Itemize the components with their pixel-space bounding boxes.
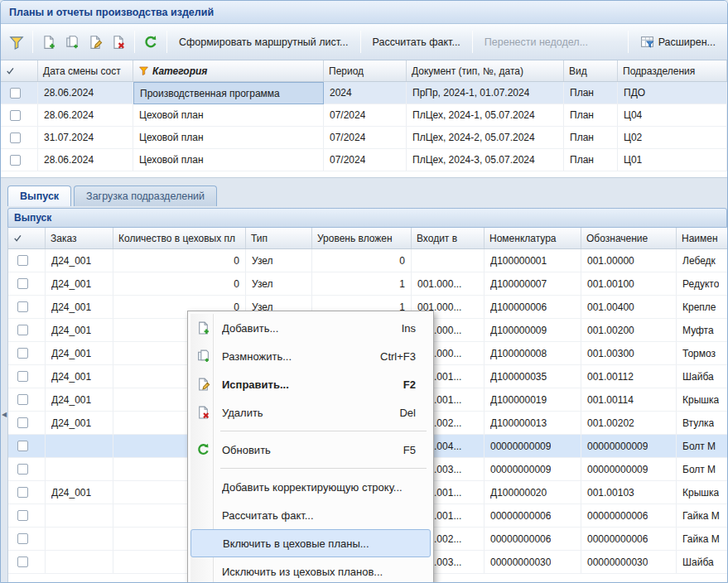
name-column-header[interactable]: Наимен [677, 228, 727, 248]
designation-cell[interactable]: 001.00300 [581, 342, 677, 365]
order-cell[interactable]: Д24_001 [46, 272, 113, 296]
quantity-cell[interactable]: 0 [113, 272, 246, 296]
category-cell[interactable]: Цеховой план [133, 127, 324, 149]
check-cell[interactable] [8, 504, 46, 528]
name-cell[interactable]: Крышка [677, 388, 727, 412]
category-cell[interactable]: Производственная программа [133, 82, 324, 104]
order-cell[interactable] [46, 458, 113, 481]
order-cell[interactable]: Д24_001 [46, 342, 113, 365]
period-cell[interactable]: 07/2024 [324, 127, 407, 149]
designation-cell[interactable]: 001.00400 [581, 296, 677, 319]
name-cell[interactable]: Шайба [677, 551, 727, 574]
name-cell[interactable]: Муфта [677, 319, 727, 342]
menu-item[interactable]: Включить в цеховые планы... [190, 529, 431, 557]
check-column-header[interactable] [1, 60, 38, 81]
nomenclature-cell[interactable]: Д100000009 [485, 319, 581, 342]
designation-column-header[interactable]: Обозначение [581, 228, 677, 248]
designation-cell[interactable]: 00000000030 [581, 551, 677, 574]
name-cell[interactable]: Лебедк [677, 249, 727, 272]
row-checkbox[interactable] [10, 88, 21, 99]
table-row[interactable]: Д24_0010Узел0Д100000001001.00000Лебедк [8, 249, 727, 272]
order-cell[interactable] [46, 435, 113, 458]
menu-item[interactable]: ОбновитьF5 [190, 436, 431, 464]
name-cell[interactable]: Крепле [677, 296, 727, 319]
check-cell[interactable] [8, 296, 46, 319]
calculate-fact-button[interactable]: Рассчитать факт... [365, 30, 468, 55]
tab-0[interactable]: Выпуск [7, 186, 71, 206]
order-cell[interactable]: Д24_001 [46, 296, 113, 319]
document-cell[interactable]: ПрПр, 2024-1, 01.07.2024 [407, 82, 564, 104]
check-cell[interactable] [1, 104, 38, 127]
row-checkbox[interactable] [17, 278, 28, 289]
tab-1[interactable]: Загрузка подразделений [74, 186, 217, 206]
check-cell[interactable] [1, 149, 38, 171]
check-cell[interactable] [8, 388, 46, 412]
menu-item[interactable]: Добавить...Ins [190, 314, 431, 342]
kind-cell[interactable]: План [564, 127, 618, 149]
order-cell[interactable] [46, 528, 113, 551]
row-checkbox[interactable] [17, 533, 28, 544]
name-cell[interactable]: Болт М [677, 458, 727, 481]
nomenclature-cell[interactable]: 00000000009 [485, 435, 581, 458]
date-cell[interactable]: 31.07.2024 [38, 127, 133, 149]
duplicate-button[interactable] [60, 30, 84, 55]
nomenclature-cell[interactable]: 00000000009 [485, 458, 581, 481]
menu-item[interactable]: Размножить...Ctrl+F3 [190, 342, 431, 370]
parent-cell[interactable]: 001.000... [412, 272, 485, 296]
nomenclature-cell[interactable]: Д100000020 [485, 481, 581, 504]
menu-item[interactable]: Исключить из цеховых планов... [190, 557, 431, 583]
level-column-header[interactable]: Уровень вложен [312, 228, 412, 248]
designation-cell[interactable]: 00000000006 [581, 528, 677, 551]
date-cell[interactable]: 28.06.2024 [38, 104, 133, 127]
order-cell[interactable] [46, 504, 113, 528]
type-cell[interactable]: Узел [246, 249, 312, 272]
row-checkbox[interactable] [17, 371, 28, 382]
division-cell[interactable]: Ц01 [618, 149, 727, 171]
check-cell[interactable] [8, 319, 46, 342]
order-column-header[interactable]: Заказ [46, 228, 113, 248]
document-cell[interactable]: ПлЦех, 2024-2, 05.07.2024 [407, 127, 564, 149]
check-cell[interactable] [8, 412, 46, 435]
type-cell[interactable]: Узел [246, 272, 312, 296]
category-cell[interactable]: Цеховой план [133, 149, 324, 171]
designation-cell[interactable]: 001.00202 [581, 412, 677, 435]
level-cell[interactable]: 0 [312, 249, 412, 272]
designation-cell[interactable]: 001.00114 [581, 388, 677, 412]
check-cell[interactable] [8, 342, 46, 365]
table-row[interactable]: 28.06.2024Производственная программа2024… [1, 82, 727, 104]
designation-cell[interactable]: 001.00112 [581, 365, 677, 388]
level-cell[interactable]: 1 [312, 272, 412, 296]
division-column-header[interactable]: Подразделения [618, 60, 727, 81]
division-cell[interactable]: Ц02 [618, 127, 727, 149]
name-cell[interactable]: Болт М [677, 435, 727, 458]
kind-column-header[interactable]: Вид [564, 60, 618, 81]
check-column-header[interactable] [8, 228, 46, 248]
nomenclature-cell[interactable]: Д100000035 [485, 365, 581, 388]
west-splitter[interactable]: ◀ [1, 178, 7, 583]
refresh-button[interactable] [139, 30, 162, 55]
date-column-header[interactable]: Дата смены сост [38, 60, 133, 81]
period-column-header[interactable]: Период [324, 60, 407, 81]
quantity-column-header[interactable]: Количество в цеховых пл [113, 228, 246, 248]
check-cell[interactable] [1, 127, 38, 149]
check-cell[interactable] [1, 82, 38, 104]
row-checkbox[interactable] [17, 394, 28, 405]
kind-cell[interactable]: План [564, 104, 618, 127]
name-cell[interactable]: Крышка [677, 481, 727, 504]
name-cell[interactable]: Редукто [677, 272, 727, 296]
period-cell[interactable]: 07/2024 [324, 104, 407, 127]
nomenclature-cell[interactable]: Д100000008 [485, 342, 581, 365]
name-cell[interactable]: Гайка М [677, 528, 727, 551]
nomenclature-column-header[interactable]: Номенклатура [485, 228, 581, 248]
table-row[interactable]: 28.06.2024Цеховой план07/2024ПлЦех, 2024… [1, 149, 727, 171]
check-cell[interactable] [8, 249, 46, 272]
row-checkbox[interactable] [17, 487, 28, 498]
order-cell[interactable]: Д24_001 [46, 365, 113, 388]
row-checkbox[interactable] [10, 110, 21, 121]
delete-button[interactable] [107, 30, 130, 55]
name-cell[interactable]: Втулка [677, 412, 727, 435]
name-cell[interactable]: Шайба [677, 365, 727, 388]
date-cell[interactable]: 28.06.2024 [38, 149, 133, 171]
parent-cell[interactable] [412, 249, 485, 272]
category-cell[interactable]: Цеховой план [133, 104, 324, 127]
